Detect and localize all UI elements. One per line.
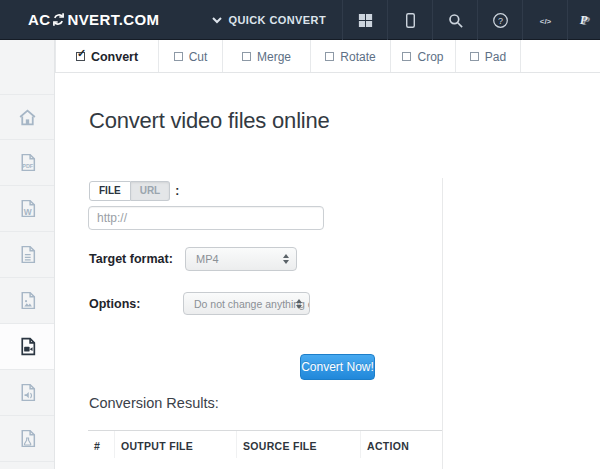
tab-label: Pad <box>485 50 506 64</box>
checkbox-unchecked-icon <box>174 52 183 61</box>
toggle-colon: : <box>175 184 179 198</box>
home-icon <box>17 107 38 128</box>
sidebar-item-home[interactable] <box>0 94 54 140</box>
tab-rotate[interactable]: Rotate <box>311 40 391 73</box>
tab-convert[interactable]: Convert <box>55 40 159 73</box>
logo-text-prefix: AC <box>28 11 50 28</box>
results-heading: Conversion Results: <box>89 395 219 411</box>
code-icon: </> <box>537 12 554 29</box>
page-title: Convert video files online <box>89 108 330 134</box>
aconvert-page: AC NVERT.COM QUICK CONVERT ? <box>0 0 600 469</box>
tab-label: Rotate <box>340 50 375 64</box>
help-button[interactable]: ? <box>477 0 522 40</box>
apps-grid-button[interactable] <box>342 0 387 40</box>
svg-text:P: P <box>579 13 587 27</box>
options-value: Do not change anything else <box>194 298 310 310</box>
file-toggle-button[interactable]: FILE <box>89 181 131 201</box>
convert-now-button[interactable]: Convert Now! <box>300 354 375 380</box>
sidebar-item-archive[interactable] <box>0 416 54 462</box>
tab-label: Crop <box>417 50 443 64</box>
quick-convert-menu[interactable]: QUICK CONVERT <box>196 0 342 40</box>
sidebar-item-word[interactable]: W <box>0 186 54 232</box>
mobile-view-button[interactable] <box>387 0 432 40</box>
sidebar-item-audio[interactable] <box>0 370 54 416</box>
checkbox-unchecked-icon <box>402 52 411 61</box>
checkbox-checked-icon <box>76 52 85 61</box>
content-right-divider <box>442 178 443 469</box>
api-code-button[interactable]: </> <box>522 0 567 40</box>
quick-convert-label: QUICK CONVERT <box>229 14 326 26</box>
col-header-number: # <box>88 431 114 458</box>
grid-icon <box>357 12 374 29</box>
svg-text:W: W <box>23 207 31 217</box>
checkbox-unchecked-icon <box>325 52 334 61</box>
sidebar-list: PDF W <box>0 94 54 462</box>
source-toggle: FILE URL : <box>89 181 179 201</box>
paypal-icon: PP <box>576 12 593 29</box>
options-select[interactable]: Do not change anything else <box>183 292 310 315</box>
image-file-icon <box>17 290 38 311</box>
sidebar-item-video[interactable] <box>0 324 54 370</box>
tab-pad[interactable]: Pad <box>456 40 521 73</box>
tab-crop[interactable]: Crop <box>391 40 456 73</box>
audio-file-icon <box>17 382 38 403</box>
results-table-header: # OUTPUT FILE SOURCE FILE ACTION <box>88 430 443 458</box>
col-header-action: ACTION <box>360 431 443 458</box>
logo[interactable]: AC NVERT.COM <box>28 11 159 28</box>
target-format-value: MP4 <box>196 253 219 265</box>
tab-label: Merge <box>257 50 291 64</box>
video-file-icon <box>17 336 38 357</box>
document-file-icon <box>17 244 38 265</box>
sidebar-item-pdf[interactable]: PDF <box>0 140 54 186</box>
sidebar-item-document[interactable] <box>0 232 54 278</box>
target-format-select[interactable]: MP4 <box>185 247 297 271</box>
tab-label: Convert <box>91 50 138 64</box>
search-button[interactable] <box>432 0 477 40</box>
checkbox-unchecked-icon <box>470 52 479 61</box>
options-label: Options: <box>89 297 140 311</box>
col-header-output-file: OUTPUT FILE <box>114 431 236 458</box>
col-header-source-file: SOURCE FILE <box>236 431 360 458</box>
tool-tabbar: Convert Cut Merge Rotate Crop Pad <box>55 40 521 73</box>
sidebar-item-image[interactable] <box>0 278 54 324</box>
mobile-icon <box>402 12 419 29</box>
chevron-down-icon <box>212 17 222 24</box>
logo-text-suffix: NVERT.COM <box>67 11 159 28</box>
search-icon <box>447 12 464 29</box>
archive-file-icon <box>17 428 38 449</box>
target-format-label: Target format: <box>89 252 173 266</box>
svg-text:?: ? <box>498 15 503 25</box>
tab-cut[interactable]: Cut <box>159 40 223 73</box>
navbar-actions: QUICK CONVERT ? </> PP <box>196 0 600 40</box>
help-icon: ? <box>492 12 509 29</box>
url-input[interactable] <box>88 206 324 230</box>
url-toggle-button[interactable]: URL <box>131 181 171 201</box>
word-file-icon: W <box>17 198 38 219</box>
filetype-sidebar: PDF W <box>0 40 55 469</box>
tab-merge[interactable]: Merge <box>223 40 311 73</box>
pdf-file-icon: PDF <box>17 152 38 173</box>
select-spinner-icon <box>283 254 289 264</box>
svg-text:PDF: PDF <box>22 163 34 169</box>
select-spinner-icon <box>296 299 302 309</box>
tab-label: Cut <box>189 50 208 64</box>
svg-text:</>: </> <box>539 16 551 25</box>
paypal-donate-button[interactable]: PP <box>567 0 600 40</box>
main-content: Convert video files online FILE URL : Ta… <box>56 73 600 469</box>
refresh-icon <box>51 12 66 27</box>
top-navbar: AC NVERT.COM QUICK CONVERT ? <box>0 0 600 40</box>
checkbox-unchecked-icon <box>242 52 251 61</box>
